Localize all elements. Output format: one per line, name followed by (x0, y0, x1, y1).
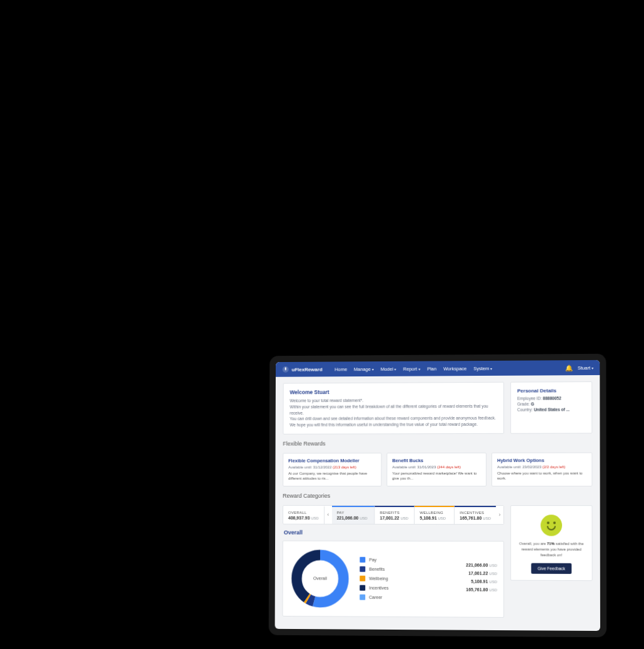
nav-manage[interactable]: Manage▾ (354, 366, 374, 372)
tab-incentives[interactable]: INCENTIVES 165,761.80 USD (455, 506, 496, 524)
nav-system[interactable]: System▾ (473, 365, 492, 371)
employee-id-row: Employee ID: 88880052 (517, 396, 585, 401)
flex-card-hybrid-work[interactable]: Hybrid Work Options Available until: 23/… (491, 452, 592, 486)
donut-chart: Overall (289, 547, 351, 610)
category-tabs: OVERALL 408,937.93 USD ‹ PAY 221,066.00 … (283, 505, 504, 524)
flex-card-desc: Your personalized reward marketplace! We… (392, 471, 481, 481)
welcome-p4: We hope you will find this information u… (289, 421, 497, 428)
user-menu: 🔔 Stuart▾ (565, 364, 593, 371)
value-wellbeing: 5,108.91 USD (466, 579, 497, 583)
reward-categories-title: Reward Categories (283, 492, 592, 498)
chart-values: 221,066.00 USD 17,001.22 USD 5,108.91 US… (466, 563, 497, 595)
legend-incentives: Incentives (360, 585, 457, 591)
tab-wellbeing[interactable]: WELLBEING 5,108.91 USD (415, 506, 455, 524)
legend-benefits: Benefits (360, 566, 457, 573)
swatch-icon (360, 585, 365, 591)
welcome-p2: Within your statement you can see the fu… (289, 403, 497, 416)
welcome-card: Welcome Stuart Welcome to your total rew… (283, 382, 504, 435)
chevron-down-icon: ▾ (418, 366, 420, 371)
flex-card-title: Benefit Bucks (392, 458, 481, 463)
flex-card-desc: Choose where you want to work, when you … (497, 470, 586, 481)
flex-card-benefit-bucks[interactable]: Benefit Bucks Available until: 31/01/202… (386, 453, 486, 486)
legend-wellbeing: Wellbeing (360, 576, 457, 582)
flexible-rewards-title: Flexible Rewards (283, 440, 592, 446)
tab-overall[interactable]: OVERALL 408,937.93 USD (283, 505, 325, 523)
brand-logo[interactable]: uFlexReward (282, 366, 323, 373)
tab-benefits[interactable]: BENEFITS 17,001.22 USD (375, 505, 415, 523)
tab-pay[interactable]: PAY 221,066.00 USD (332, 505, 375, 523)
value-benefits: 17,001.22 USD (466, 571, 497, 575)
chevron-down-icon: ▾ (395, 366, 396, 371)
nav-workspace[interactable]: Workspace (443, 366, 466, 371)
flex-card-availability: Available until: 23/02/2023 (2/2 days le… (497, 465, 586, 468)
feedback-card: Overall, you are 71% satisfied with the … (510, 505, 592, 581)
swatch-icon (360, 595, 365, 600)
flex-card-availability: Available until: 31/12/2022 (213 days le… (288, 465, 376, 469)
flex-card-title: Flexible Compensation Modeller (288, 458, 376, 463)
swatch-icon (360, 557, 365, 563)
donut-center-label: Overall (289, 547, 351, 610)
grade-row: Grade: G (517, 401, 585, 406)
tablet-frame: uFlexReward Home Manage▾ Model▾ Report▾ … (269, 354, 606, 637)
smiley-icon (541, 515, 562, 536)
user-dropdown[interactable]: Stuart▾ (578, 365, 593, 370)
top-navbar: uFlexReward Home Manage▾ Model▾ Report▾ … (276, 360, 600, 377)
brand-text: uFlexReward (292, 366, 323, 372)
legend-pay: Pay (360, 557, 457, 563)
value-pay: 221,066.00 USD (466, 563, 497, 567)
page-content: Welcome Stuart Welcome to your total rew… (275, 375, 600, 631)
feedback-text: Overall, you are 71% satisfied with the … (516, 541, 586, 558)
tab-scroll-left[interactable]: ‹ (325, 505, 332, 523)
chevron-down-icon: ▾ (372, 367, 374, 371)
overall-subheading: Overall (283, 529, 504, 536)
flexible-rewards-row: Flexible Compensation Modeller Available… (283, 452, 592, 486)
nav-model[interactable]: Model▾ (381, 366, 396, 371)
chevron-down-icon: ▾ (490, 366, 492, 370)
flex-card-desc: At our Company, we recognise that people… (288, 471, 376, 481)
flex-card-availability: Available until: 31/01/2023 (244 days le… (392, 465, 481, 469)
leaf-icon (282, 366, 289, 373)
nav-plan[interactable]: Plan (427, 366, 436, 371)
swatch-icon (360, 576, 365, 581)
app-screen: uFlexReward Home Manage▾ Model▾ Report▾ … (275, 360, 600, 631)
value-incentives: 165,761.80 USD (466, 587, 497, 591)
details-heading: Personal Details (517, 388, 585, 394)
legend-career: Career (360, 595, 457, 601)
overall-chart-card: Overall Pay Benefits Wellbeing Incentive… (282, 540, 504, 617)
welcome-title: Welcome Stuart (289, 388, 497, 396)
nav-report[interactable]: Report▾ (403, 366, 420, 371)
personal-details-card: Personal Details Employee ID: 88880052 G… (510, 381, 592, 433)
give-feedback-button[interactable]: Give Feedback (531, 563, 571, 573)
swatch-icon (360, 566, 365, 572)
country-row: Country: United States of ... (517, 407, 585, 411)
bell-icon[interactable]: 🔔 (565, 365, 573, 371)
flex-card-compensation[interactable]: Flexible Compensation Modeller Available… (283, 453, 381, 486)
nav-home[interactable]: Home (335, 366, 347, 372)
main-nav: Home Manage▾ Model▾ Report▾ Plan Workspa… (335, 365, 492, 371)
flex-card-title: Hybrid Work Options (497, 457, 586, 463)
chart-legend: Pay Benefits Wellbeing Incentives Career (360, 557, 457, 601)
chevron-down-icon: ▾ (591, 365, 593, 370)
tab-scroll-right[interactable]: › (496, 506, 503, 524)
